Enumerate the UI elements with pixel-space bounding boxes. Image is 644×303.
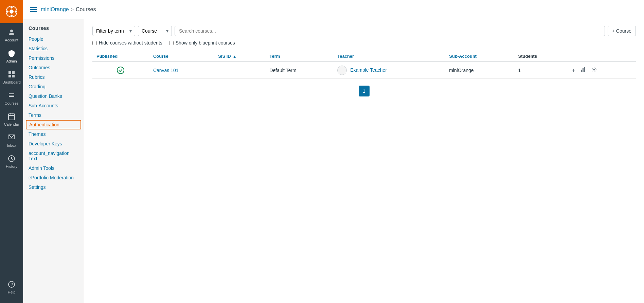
sidebar-item-people[interactable]: People [23, 34, 84, 44]
add-enrollments-button[interactable]: + [571, 67, 576, 74]
col-header-published[interactable]: Published [92, 51, 149, 62]
svg-rect-10 [12, 75, 15, 77]
nav-item-help[interactable]: ? Help [0, 277, 23, 298]
svg-rect-8 [12, 71, 15, 74]
nav-help-label: Help [8, 290, 16, 294]
sidebar-item-outcomes[interactable]: Outcomes [23, 63, 84, 72]
svg-rect-23 [583, 68, 584, 72]
history-icon [7, 154, 16, 163]
col-header-actions [567, 51, 636, 62]
hide-without-students-label[interactable]: Hide courses without students [92, 40, 162, 46]
term-select-wrapper: Filter by term [92, 26, 135, 36]
hamburger-button[interactable] [29, 5, 38, 14]
svg-text:?: ? [11, 282, 13, 287]
teacher-avatar [337, 66, 347, 75]
dashboard-icon [7, 70, 16, 79]
col-header-term[interactable]: Term [265, 51, 333, 62]
hide-without-students-checkbox[interactable] [92, 41, 97, 45]
app-logo[interactable] [0, 0, 23, 23]
checkboxes-bar: Hide courses without students Show only … [92, 40, 636, 46]
side-nav: Courses People Statistics Permissions Ou… [23, 19, 84, 303]
nav-bottom: ? Help [0, 277, 23, 298]
cell-sub-account: miniOrange [445, 62, 514, 79]
courses-table: Published Course SIS ID ▲ Term Teacher S… [92, 51, 636, 79]
only-blueprint-checkbox[interactable] [169, 41, 174, 45]
breadcrumb-parent[interactable]: miniOrange [41, 6, 69, 13]
sidebar-item-admin-tools[interactable]: Admin Tools [23, 163, 84, 173]
type-select[interactable]: Course Blueprint All [138, 26, 172, 36]
inbox-icon [7, 133, 16, 142]
svg-rect-11 [8, 114, 15, 120]
nav-item-admin[interactable]: Admin [0, 46, 23, 67]
sidebar-item-rubrics[interactable]: Rubrics [23, 72, 84, 82]
page-1-button[interactable]: 1 [359, 86, 370, 96]
nav-item-courses[interactable]: Courses [0, 88, 23, 109]
teacher-name-link[interactable]: Example Teacher [350, 67, 387, 73]
svg-point-25 [593, 69, 595, 71]
cell-actions: + [567, 62, 636, 79]
svg-rect-9 [8, 75, 11, 77]
nav-calendar-label: Calendar [4, 122, 19, 126]
side-nav-title: Courses [23, 23, 84, 34]
sidebar-item-sub-accounts[interactable]: Sub-Accounts [23, 101, 84, 110]
courses-main: Filter by term Course Blueprint All + Co… [84, 19, 644, 303]
courses-icon [7, 91, 16, 100]
svg-rect-22 [581, 70, 582, 72]
content-body: Courses People Statistics Permissions Ou… [23, 19, 644, 303]
only-blueprint-label[interactable]: Show only blueprint courses [169, 40, 235, 46]
sidebar-item-question-banks[interactable]: Question Banks [23, 91, 84, 101]
svg-point-3 [11, 15, 13, 17]
svg-rect-19 [30, 9, 37, 10]
table-row: Canvas 101 Default Term Example Teacher … [92, 62, 636, 79]
svg-rect-24 [584, 67, 585, 72]
nav-item-calendar[interactable]: Calendar [0, 109, 23, 130]
published-checkmark-icon [96, 67, 145, 74]
col-header-sis-id[interactable]: SIS ID ▲ [214, 51, 265, 62]
sidebar-item-terms[interactable]: Terms [23, 110, 84, 120]
row-actions: + [571, 66, 632, 74]
col-header-teacher[interactable]: Teacher [333, 51, 445, 62]
svg-rect-20 [30, 11, 37, 12]
sidebar-item-statistics[interactable]: Statistics [23, 44, 84, 53]
nav-admin-label: Admin [6, 59, 17, 63]
nav-dashboard-label: Dashboard [2, 80, 21, 84]
nav-history-label: History [6, 164, 17, 168]
term-select[interactable]: Filter by term [92, 26, 135, 36]
sidebar-item-themes[interactable]: Themes [23, 129, 84, 139]
sidebar-item-permissions[interactable]: Permissions [23, 53, 84, 63]
sidebar-item-developer-keys[interactable]: Developer Keys [23, 139, 84, 148]
nav-courses-label: Courses [5, 101, 19, 105]
breadcrumb-current: Courses [76, 6, 96, 13]
breadcrumb: miniOrange > Courses [41, 6, 96, 13]
table-header: Published Course SIS ID ▲ Term Teacher S… [92, 51, 636, 62]
nav-item-account[interactable]: Account [0, 24, 23, 46]
col-header-students[interactable]: Students [514, 51, 567, 62]
search-input[interactable] [175, 26, 605, 36]
nav-item-inbox[interactable]: Inbox [0, 130, 23, 151]
sis-id-sort-icon: ▲ [233, 54, 236, 58]
cell-teacher: Example Teacher [333, 62, 445, 79]
help-icon: ? [7, 280, 16, 289]
add-course-button[interactable]: + Course [608, 26, 636, 36]
settings-button[interactable] [590, 66, 598, 74]
nav-item-history[interactable]: History [0, 151, 23, 172]
nav-account-label: Account [5, 38, 18, 42]
sidebar-item-settings[interactable]: Settings [23, 182, 84, 192]
col-header-course[interactable]: Course [149, 51, 214, 62]
sidebar-item-account-nav-text[interactable]: account_navigation Text [23, 148, 84, 163]
type-select-wrapper: Course Blueprint All [138, 26, 172, 36]
sidebar-item-authentication[interactable]: Authentication [26, 120, 81, 129]
svg-point-2 [11, 6, 13, 8]
nav-inbox-label: Inbox [7, 143, 16, 147]
svg-point-6 [10, 30, 13, 32]
statistics-button[interactable] [579, 66, 587, 74]
cell-students: 1 [514, 62, 567, 79]
sidebar-item-eportfolio[interactable]: ePortfolio Moderation [23, 173, 84, 182]
top-bar: miniOrange > Courses [23, 0, 644, 19]
sidebar-item-grading[interactable]: Grading [23, 82, 84, 91]
col-header-sub-account[interactable]: Sub-Account [445, 51, 514, 62]
breadcrumb-separator: > [71, 7, 74, 12]
nav-item-dashboard[interactable]: Dashboard [0, 67, 23, 88]
global-nav: Account Admin Dashboard Courses Calendar… [0, 0, 23, 303]
course-name-link[interactable]: Canvas 101 [153, 68, 179, 73]
